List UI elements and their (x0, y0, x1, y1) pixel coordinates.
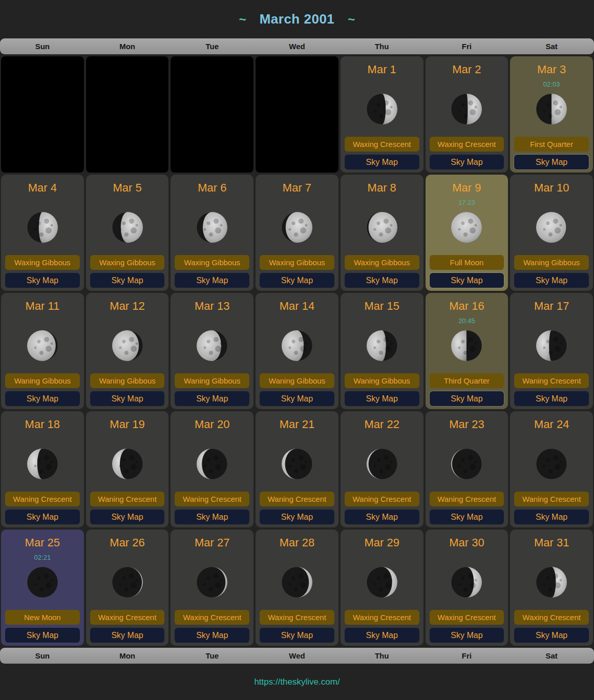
day-cell: Mar 5 Waxing Gibbous Sky Map (86, 175, 169, 291)
sky-map-button[interactable]: Sky Map (345, 155, 419, 169)
sky-map-button[interactable]: Sky Map (90, 628, 165, 643)
footer-link[interactable]: https://theskylive.com/ (254, 677, 340, 687)
weekday-label: Mon (85, 42, 170, 51)
date-label: Mar 7 (256, 181, 338, 195)
date-label: Mar 11 (1, 300, 84, 313)
weekday-label: Sat (509, 651, 594, 660)
time-label: 20:45 (426, 317, 508, 325)
sky-map-button[interactable]: Sky Map (514, 273, 589, 288)
sky-map-button[interactable]: Sky Map (5, 391, 80, 406)
phase-button[interactable]: Waning Crescent (514, 492, 589, 506)
sky-map-button[interactable]: Sky Map (260, 510, 334, 524)
phase-button[interactable]: Waxing Gibbous (5, 255, 80, 270)
sky-map-button[interactable]: Sky Map (175, 273, 249, 288)
sky-map-button[interactable]: Sky Map (345, 273, 419, 288)
weekday-label: Tue (169, 651, 254, 660)
phase-button[interactable]: First Quarter (514, 137, 589, 152)
title-tilde-right: ~ (348, 12, 355, 27)
day-cell: Mar 22 Waning Crescent Sky Map (341, 411, 423, 527)
phase-button[interactable]: Waxing Gibbous (260, 255, 334, 270)
sky-map-button[interactable]: Sky Map (514, 510, 589, 524)
phase-button[interactable]: Waning Gibbous (514, 255, 589, 270)
day-cell: Mar 24 Waning Crescent Sky Map (510, 411, 593, 527)
moon-image (26, 448, 59, 480)
phase-button[interactable]: Waxing Crescent (260, 610, 334, 625)
date-label: Mar 5 (86, 181, 169, 195)
sky-map-button[interactable]: Sky Map (430, 628, 504, 643)
day-cell: Mar 13 Waning Gibbous Sky Map (171, 293, 253, 409)
phase-button[interactable]: Waxing Crescent (430, 137, 504, 152)
sky-map-button[interactable]: Sky Map (260, 273, 334, 288)
phase-button[interactable]: Waning Crescent (345, 492, 419, 506)
phase-button[interactable]: Waning Crescent (5, 492, 80, 506)
phase-button[interactable]: Waxing Crescent (430, 610, 504, 625)
sky-map-button[interactable]: Sky Map (345, 510, 419, 524)
sky-map-button[interactable]: Sky Map (90, 273, 165, 288)
day-cell: Mar 28 Waxing Crescent Sky Map (256, 529, 338, 646)
phase-button[interactable]: Waxing Crescent (514, 610, 589, 625)
date-label: Mar 23 (426, 418, 508, 431)
phase-button[interactable]: Waxing Crescent (345, 610, 419, 625)
weekday-label: Fri (425, 42, 510, 51)
sky-map-button[interactable]: Sky Map (90, 510, 165, 524)
sky-map-button[interactable]: Sky Map (90, 391, 165, 406)
phase-button[interactable]: Waxing Crescent (175, 610, 249, 625)
sky-map-button[interactable]: Sky Map (260, 628, 334, 643)
phase-button[interactable]: Waxing Crescent (90, 610, 165, 625)
day-cell: Mar 17 Waning Crescent Sky Map (510, 293, 593, 409)
phase-button[interactable]: Third Quarter (430, 373, 504, 388)
phase-button[interactable]: Waning Gibbous (5, 373, 80, 388)
phase-button[interactable]: Waning Crescent (260, 492, 334, 506)
sky-map-button[interactable]: Sky Map (175, 391, 249, 406)
day-cell: Mar 10 Waning Gibbous Sky Map (510, 175, 593, 291)
empty-cell (86, 56, 169, 173)
sky-map-button[interactable]: Sky Map (430, 155, 504, 169)
phase-button[interactable]: Waning Gibbous (260, 373, 334, 388)
sky-map-button[interactable]: Sky Map (430, 273, 504, 288)
moon-image (111, 329, 144, 362)
moon-image (366, 448, 398, 480)
sky-map-button[interactable]: Sky Map (5, 273, 80, 288)
phase-button[interactable]: Waning Gibbous (90, 373, 165, 388)
sky-map-button[interactable]: Sky Map (5, 510, 80, 524)
title-tilde-left: ~ (239, 12, 246, 27)
sky-map-button[interactable]: Sky Map (175, 510, 249, 524)
day-cell: Mar 30 Waxing Crescent Sky Map (426, 529, 508, 646)
moon-image (196, 448, 228, 480)
sky-map-button[interactable]: Sky Map (345, 628, 419, 643)
moon-image (366, 566, 398, 599)
day-cell: Mar 23 Waning Crescent Sky Map (426, 411, 508, 527)
phase-button[interactable]: Waxing Gibbous (90, 255, 165, 270)
phase-button[interactable]: Waxing Gibbous (345, 255, 419, 270)
footer: https://theskylive.com/ (0, 664, 594, 700)
day-cell: Mar 18 Waning Crescent Sky Map (1, 411, 84, 527)
sky-map-button[interactable]: Sky Map (345, 391, 419, 406)
sky-map-button[interactable]: Sky Map (514, 628, 589, 643)
sky-map-button[interactable]: Sky Map (430, 510, 504, 524)
sky-map-button[interactable]: Sky Map (175, 628, 249, 643)
sky-map-button[interactable]: Sky Map (514, 391, 589, 406)
sky-map-button[interactable]: Sky Map (514, 155, 589, 169)
phase-button[interactable]: Waning Crescent (90, 492, 165, 506)
phase-button[interactable]: Waning Crescent (430, 492, 504, 506)
phase-button[interactable]: Waning Crescent (175, 492, 249, 506)
sky-map-button[interactable]: Sky Map (430, 391, 504, 406)
phase-button[interactable]: Waning Gibbous (345, 373, 419, 388)
phase-button[interactable]: Waxing Crescent (345, 137, 419, 152)
phase-button[interactable]: Full Moon (430, 255, 504, 270)
sky-map-button[interactable]: Sky Map (5, 628, 80, 643)
date-label: Mar 13 (171, 300, 253, 313)
phase-button[interactable]: Waning Crescent (514, 373, 589, 388)
sky-map-button[interactable]: Sky Map (260, 391, 334, 406)
phase-button[interactable]: New Moon (5, 610, 80, 625)
moon-image (535, 448, 568, 480)
weekday-label: Wed (254, 42, 340, 51)
day-cell: Mar 21 Waning Crescent Sky Map (256, 411, 338, 527)
phase-button[interactable]: Waning Gibbous (175, 373, 249, 388)
date-label: Mar 26 (86, 536, 169, 549)
date-label: Mar 15 (341, 300, 423, 313)
day-cell: Mar 15 Waning Gibbous Sky Map (341, 293, 423, 409)
phase-button[interactable]: Waxing Gibbous (175, 255, 249, 270)
page-title: ~ March 2001 ~ (0, 0, 594, 38)
day-cell: Mar 14 Waning Gibbous Sky Map (256, 293, 338, 409)
